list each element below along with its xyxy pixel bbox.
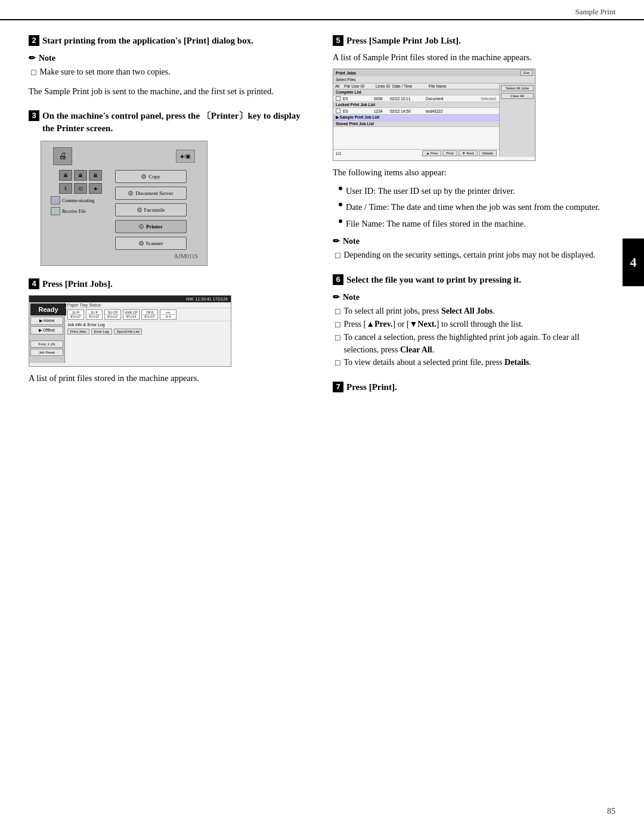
- pjl-row1-userid: ES: [343, 97, 371, 101]
- print-jobs-list-screenshot: Print Jobs Exit Select Files All: [333, 69, 535, 161]
- pjl-body: Select Files All File User ID Lines ID D…: [333, 76, 535, 157]
- bullet-dot-1: [339, 187, 342, 190]
- pjl-checkbox-1[interactable]: [336, 96, 340, 101]
- step-6-heading: 6 Select the file you want to print by p…: [333, 274, 615, 286]
- printer-icon-left: 🖨: [53, 147, 72, 165]
- print-jobs-screenshot: NW: 11:20:41 172/124 Ready ▶ Home ▶ Offl…: [29, 295, 231, 367]
- pjl-exit-button[interactable]: Exit: [521, 70, 532, 76]
- copy-button[interactable]: Copy: [115, 170, 187, 183]
- pjl-clear-all-btn[interactable]: Clear All: [501, 93, 534, 99]
- step-2-note: ✏ Note Make sure to set more than two co…: [29, 53, 304, 79]
- note-6-item-2: Press [▲Prev.] or [▼Next.] to scroll thr…: [335, 318, 615, 331]
- error-log-tab[interactable]: Error Log: [91, 329, 112, 335]
- step-2-body: The Sample Print job is sent to the mach…: [29, 85, 304, 98]
- note-6-item-3: To cancel a selection, press the highlig…: [335, 331, 615, 356]
- printer-button[interactable]: Printer: [115, 220, 187, 233]
- ds-btn-circle: [128, 191, 133, 196]
- bullet-3: File Name: The name of files stored in t…: [339, 217, 615, 230]
- pjl-row2-userid: ES: [343, 109, 371, 113]
- step-7-text: Press [Print].: [346, 381, 397, 394]
- pjl-next-btn[interactable]: ▼ Next: [459, 150, 478, 156]
- pjl-row2-date: 02/22 14:50: [390, 109, 423, 113]
- step-5-body: A list of Sample Print files stored in t…: [333, 51, 615, 64]
- tray-4: A3/E CP 8½×14: [123, 309, 140, 320]
- step-5-block: 5 Press [Sample Print Job List]. A list …: [333, 35, 615, 262]
- pjl-row-2[interactable]: ES 1234 02/22 14:50 test43222: [333, 108, 499, 114]
- chapter-tab: 4: [623, 239, 644, 286]
- offline-btn[interactable]: ▶ Offline: [30, 326, 63, 335]
- note-5-title: ✏ Note: [333, 236, 615, 246]
- page-number: 85: [607, 807, 615, 816]
- pjl-row2-lines: 1234: [374, 109, 388, 113]
- pjl-row-1[interactable]: ES 0008 02/22 10:11 Document Selected:: [333, 95, 499, 102]
- page-footer: 85: [607, 807, 615, 816]
- pjl-section-stored: Stored Print Job List: [333, 121, 499, 127]
- note-2-item-1: Make sure to set more than two copies.: [31, 66, 304, 79]
- pjl-table-area: All File User ID Lines ID Date / Time Fi…: [333, 83, 535, 157]
- left-column: 2 Start printing from the application's …: [29, 20, 322, 405]
- note-6-title: ✏ Note: [333, 292, 615, 302]
- machine-main-area: 🖶 🖶 🖶 ¥ ⊡ ♣ Commu-nicati: [47, 170, 201, 250]
- bullet-2-text: Date / Time: The date and time when the …: [346, 200, 600, 213]
- document-server-button[interactable]: Document Server: [115, 187, 187, 200]
- step-3-number: 3: [29, 110, 39, 121]
- tray-1: 1U P 8½×1T: [67, 309, 84, 320]
- bullet-1: User ID: The user ID set up by the print…: [339, 184, 615, 197]
- tray-5: 7/8 D 8½×1T: [141, 309, 158, 320]
- facsimile-button[interactable]: Facsimile: [115, 203, 187, 216]
- pjl-title: Print Jobs: [336, 71, 356, 75]
- pjl-print-btn[interactable]: Print: [442, 150, 457, 156]
- fax-btn-circle: [137, 208, 142, 212]
- pjl-section-locked: Locked Print Job List: [333, 102, 499, 108]
- step-5-note: ✏ Note Depending on the security setting…: [333, 236, 615, 262]
- note-2-title: ✏ Note: [29, 53, 304, 63]
- mode-icon: ◈/▣: [176, 150, 195, 163]
- icon-row-1: 🖶 🖶 🖶: [51, 170, 110, 181]
- machine-right-buttons: Copy Document Server Facsimile: [115, 170, 187, 250]
- scanner-btn-circle: [139, 241, 144, 246]
- copy-btn-circle: [141, 174, 146, 179]
- pj-top-bar: NW: 11:20:41 172/124: [29, 296, 231, 302]
- pjl-row2-file: test43222: [426, 109, 497, 113]
- step-6-text: Select the file you want to print by pre…: [346, 274, 521, 286]
- step-2-number: 2: [29, 35, 39, 46]
- pencil-icon-5: ✏: [333, 236, 340, 246]
- func-1-btn[interactable]: Func 1 (A): [30, 340, 63, 348]
- pjl-all-btn[interactable]: All: [335, 84, 342, 88]
- tray-3: 5U CP 8½×1T: [104, 309, 121, 320]
- scanner-button[interactable]: Scanner: [115, 237, 187, 250]
- comm-icon: [51, 196, 60, 205]
- pjl-select-file-label: Select Files: [336, 78, 356, 82]
- step-4-block: 4 Press [Print Jobs]. NW: 11:20:41 172/1…: [29, 278, 304, 385]
- tray-6: ∞∞ A 4: [160, 309, 177, 320]
- ready-display: Ready: [30, 304, 66, 315]
- sm-icon-3: 🖶: [89, 170, 102, 181]
- pjl-checkbox-2[interactable]: [336, 109, 340, 113]
- machine-left-panel: 🖶 🖶 🖶 ¥ ⊡ ♣ Commu-nicati: [51, 170, 110, 250]
- pjl-select-all-btn[interactable]: Select All Jobs: [501, 85, 534, 91]
- machine-caption: AJM011S: [47, 253, 201, 259]
- step-6-note: ✏ Note To select all print jobs, press S…: [333, 292, 615, 369]
- pjl-prev-btn[interactable]: ▲ Prev: [422, 150, 441, 156]
- pj-tray-row: 1U P 8½×1T 2U P 8½×1T 5U CP 8½×1T: [65, 308, 231, 321]
- step-4-number: 4: [29, 278, 39, 289]
- pjl-col-headers: All File User ID Lines ID Date / Time Fi…: [333, 83, 499, 89]
- print-jobs-tab[interactable]: Print Jobs: [67, 329, 89, 335]
- bullet-3-text: File Name: The name of files stored in t…: [346, 217, 526, 230]
- pjl-header-row: Select Files: [333, 76, 535, 83]
- bullet-dot-3: [339, 219, 342, 223]
- pjl-details-btn[interactable]: Details: [479, 150, 497, 156]
- step-7-heading: 7 Press [Print].: [333, 381, 615, 394]
- spool-list-tab[interactable]: Spool/Job List: [114, 329, 143, 335]
- pj-right-area: Paper Tray Status: 1U P 8½×1T 2U P 8½×1T: [65, 302, 231, 363]
- job-reset-btn[interactable]: Job Reset: [30, 349, 63, 356]
- pjl-pagination: 1/1: [336, 151, 341, 156]
- pjl-action-btns: ▲ Prev Print ▼ Next Details: [422, 150, 497, 156]
- step-2-heading: 2 Start printing from the application's …: [29, 35, 304, 47]
- pjl-row1-file: Document: [426, 97, 478, 101]
- machine-screenshot: 🖨 ◈/▣ 🖶 🖶 🖶: [41, 141, 208, 266]
- printer-btn-circle: [139, 224, 144, 229]
- pj-paper-status-label: Paper Tray Status:: [65, 302, 231, 308]
- home-btn[interactable]: ▶ Home: [30, 317, 63, 325]
- note-6-item-4: To view details about a selected print f…: [335, 356, 615, 369]
